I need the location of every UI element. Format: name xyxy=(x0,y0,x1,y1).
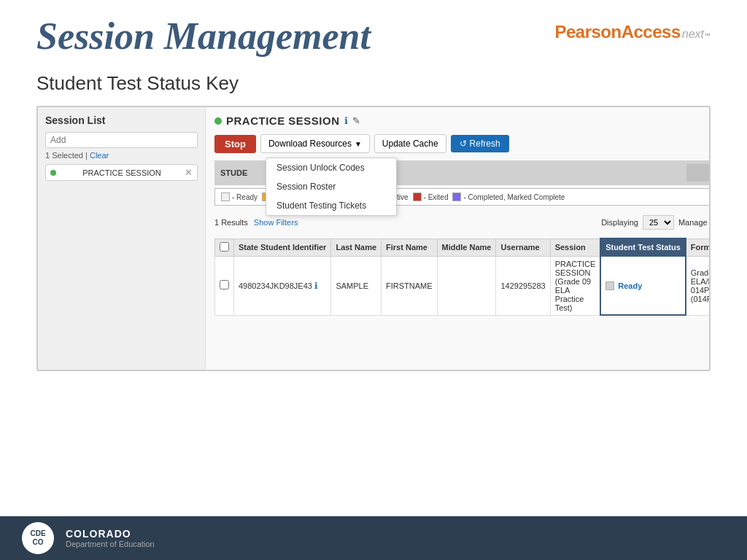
exited-key-label: - Exited xyxy=(424,193,449,201)
download-label: Download Resources xyxy=(268,139,352,149)
exited-swatch xyxy=(413,192,422,201)
displaying-select[interactable]: 25 xyxy=(643,215,674,230)
sidebar: Session List 1 Selected | Clear PRACTICE… xyxy=(38,107,206,370)
ready-key-label: - Ready xyxy=(232,193,258,201)
session-name: PRACTICE SESSION xyxy=(226,114,340,127)
sidebar-title: Session List xyxy=(45,114,198,126)
download-dropdown-menu: Session Unlock Codes Session Roster Stud… xyxy=(266,158,397,216)
key-item-exited: - Exited xyxy=(413,192,449,201)
session-status-dot xyxy=(50,170,56,176)
select-all-checkbox[interactable] xyxy=(220,242,229,252)
action-bar: Stop Download Resources ▼ Update Cache ↺… xyxy=(214,134,711,153)
completed-key-label: - Completed, Marked Complete xyxy=(463,193,565,201)
results-right: Displaying 25 Manage Columns xyxy=(601,215,711,230)
session-info-icon[interactable]: ℹ xyxy=(344,115,348,126)
footer-state: COLORADO xyxy=(66,528,155,540)
key-item-ready: - Ready xyxy=(221,192,258,201)
refresh-label: Refresh xyxy=(470,139,500,149)
page-footer: CDECO COLORADO Department of Education xyxy=(0,516,747,560)
td-state-id: 4980234JKD98JE43 ℹ xyxy=(234,256,331,315)
main-panel: PRACTICE SESSION ℹ ✎ Stop Download Resou… xyxy=(206,107,711,370)
show-filters-link[interactable]: Show Filters xyxy=(254,218,298,227)
stop-button[interactable]: Stop xyxy=(214,135,256,153)
th-checkbox xyxy=(215,238,234,256)
brand-pearson: PearsonAccess xyxy=(554,22,680,42)
th-middle-name: Middle Name xyxy=(437,238,496,256)
session-active-dot xyxy=(214,117,222,125)
status-ready-container: Ready xyxy=(605,281,680,290)
key-item-completed: - Completed, Marked Complete xyxy=(452,192,565,201)
footer-text-block: COLORADO Department of Education xyxy=(66,528,155,548)
th-session: Session xyxy=(550,238,600,256)
session-add-input[interactable] xyxy=(45,132,198,148)
page-title: Session Management xyxy=(36,15,371,58)
table-row: 4980234JKD98JE43 ℹ SAMPLE FIRSTNAME 1429… xyxy=(215,256,711,315)
session-header: PRACTICE SESSION ℹ ✎ xyxy=(214,114,711,127)
ready-swatch xyxy=(221,192,230,201)
students-label: STUDE xyxy=(220,168,247,177)
student-info-icon[interactable]: ℹ xyxy=(314,281,318,291)
brand-next: next xyxy=(682,28,704,41)
refresh-icon: ↺ xyxy=(460,139,467,149)
td-form: Grade 9 ELA/Literacy 014PO (014FO) xyxy=(686,256,711,315)
table-header-row: State Student Identifier Last Name First… xyxy=(215,238,711,256)
th-state-student-id: State Student Identifier xyxy=(234,238,331,256)
page-header: Session Management PearsonAccess next ™ xyxy=(0,0,747,65)
td-first-name: FIRSTNAME xyxy=(382,256,438,315)
completed-swatch xyxy=(452,192,461,201)
inner-layout: Session List 1 Selected | Clear PRACTICE… xyxy=(38,107,709,370)
sidebar-session-tag: PRACTICE SESSION ✕ xyxy=(45,164,198,181)
td-username: 1429295283 xyxy=(496,256,550,315)
td-middle-name xyxy=(437,256,496,315)
dropdown-caret-icon: ▼ xyxy=(355,140,362,148)
status-ready-swatch xyxy=(605,281,614,290)
brand-logo: PearsonAccess next ™ xyxy=(554,15,711,42)
refresh-button[interactable]: ↺ Refresh xyxy=(451,135,509,152)
results-count: 1 Results xyxy=(214,218,248,227)
td-checkbox xyxy=(215,256,234,315)
student-table: State Student Identifier Last Name First… xyxy=(214,238,711,316)
sidebar-selected-info: 1 Selected | Clear xyxy=(45,151,198,160)
page-subtitle: Student Test Status Key xyxy=(0,65,747,106)
footer-dept: Department of Education xyxy=(66,540,155,548)
download-resources-button[interactable]: Download Resources ▼ xyxy=(260,134,370,153)
session-edit-icon[interactable]: ✎ xyxy=(352,115,360,126)
dropdown-item-testing-tickets[interactable]: Student Testing Tickets xyxy=(266,196,396,215)
td-status: Ready xyxy=(600,256,685,315)
th-last-name: Last Name xyxy=(331,238,382,256)
th-student-test-status: Student Test Status xyxy=(600,238,685,256)
session-remove-icon[interactable]: ✕ xyxy=(185,167,193,178)
th-username: Username xyxy=(496,238,550,256)
results-left: 1 Results Show Filters xyxy=(214,218,298,227)
row-checkbox[interactable] xyxy=(220,280,229,289)
manage-columns-button[interactable]: Manage Columns xyxy=(678,218,711,227)
displaying-label: Displaying xyxy=(601,218,638,227)
clear-link[interactable]: Clear xyxy=(90,151,109,160)
brand-tm: ™ xyxy=(704,32,711,39)
screenshot-frame: Session List 1 Selected | Clear PRACTICE… xyxy=(36,106,711,371)
dropdown-item-unlock-codes[interactable]: Session Unlock Codes xyxy=(266,158,396,177)
dropdown-item-roster[interactable]: Session Roster xyxy=(266,177,396,196)
th-form: Form xyxy=(686,238,711,256)
status-ready-text: Ready xyxy=(618,281,642,290)
session-tag-label: PRACTICE SESSION xyxy=(82,168,161,177)
students-count: 1 xyxy=(686,164,711,182)
th-first-name: First Name xyxy=(382,238,438,256)
td-last-name: SAMPLE xyxy=(331,256,382,315)
footer-logo: CDECO xyxy=(22,522,54,554)
td-session: PRACTICE SESSION (Grade 09 ELA Practice … xyxy=(550,256,600,315)
update-cache-button[interactable]: Update Cache xyxy=(374,134,446,153)
